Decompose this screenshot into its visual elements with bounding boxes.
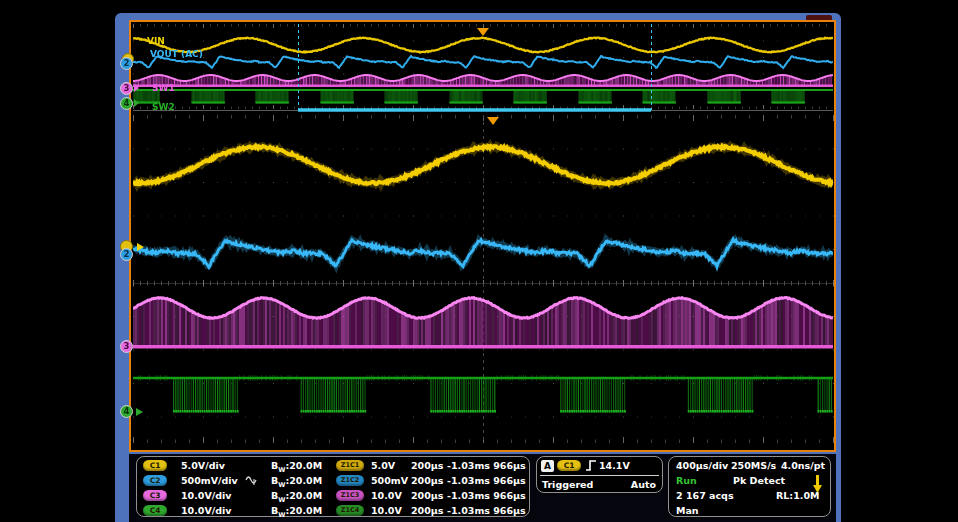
run-state: Run: [676, 475, 697, 486]
sample-rate: 250MS/s: [731, 460, 776, 471]
channel-scale: 10.0V/div: [181, 505, 232, 516]
channel-settings-box[interactable]: C1 5.0V/divBW:20.0M Z1C1 5.0V 200µs -1.0…: [136, 456, 530, 517]
channel-bandwidth: BW:20.0M: [271, 460, 322, 476]
trigger-mode: Auto: [631, 479, 656, 490]
zoom-timebase: 200µs: [411, 505, 443, 516]
main-marker-ch4[interactable]: 4: [120, 405, 133, 418]
waveform-canvas[interactable]: [131, 22, 834, 450]
trigger-settings-box[interactable]: A C1 14.1V Triggered Auto: [536, 456, 663, 493]
trigger-position-icon-main[interactable]: [487, 117, 499, 125]
ac-coupling-icon: [245, 475, 257, 487]
channel-bandwidth: BW:20.0M: [271, 475, 322, 491]
channel-bandwidth: BW:20.0M: [271, 505, 322, 521]
zoom-position: -1.03ms 966µs: [447, 505, 526, 516]
channel-badge[interactable]: C4: [143, 505, 167, 516]
overview-label-vout: VOUT (AC): [150, 50, 203, 59]
ch4-position-arrow-icon: [136, 408, 143, 416]
channel-scale: 5.0V/div: [181, 460, 225, 471]
zoom-channel-badge[interactable]: Z1C2: [336, 475, 364, 486]
zoom-scale: 10.0V: [371, 505, 402, 516]
overview-marker-ch4[interactable]: 4: [120, 97, 133, 110]
zoom-scale: 500mV: [371, 475, 408, 486]
main-marker-ch3[interactable]: 3: [120, 340, 133, 353]
channel-badge[interactable]: C1: [143, 460, 167, 471]
rising-edge-icon: [585, 459, 597, 472]
zoom-channel-badge[interactable]: Z1C1: [336, 460, 364, 471]
zoom-position: -1.03ms 966µs: [447, 490, 526, 501]
channel-scale: 10.0V/div: [181, 490, 232, 501]
zoom-scale: 10.0V: [371, 490, 402, 501]
channel-badge[interactable]: C2: [143, 475, 167, 486]
acq-mode: Pk Detect: [733, 475, 785, 486]
horizontal-mode: Man: [676, 505, 699, 516]
waveform-display[interactable]: [129, 20, 836, 452]
ch4-overview-arrow-icon: [134, 99, 139, 107]
ch3-overview-arrow-icon: [134, 84, 139, 92]
overview-label-vin: VIN: [147, 37, 165, 46]
zoom-position: -1.03ms 966µs: [447, 460, 526, 471]
zoom-timebase: 200µs: [411, 475, 443, 486]
channel-bandwidth: BW:20.0M: [271, 490, 322, 506]
zoom-channel-badge[interactable]: Z1C3: [336, 490, 364, 501]
overview-label-sw2: SW2: [152, 103, 175, 112]
zoom-position: -1.03ms 966µs: [447, 475, 526, 486]
resolution: 4.0ns/pt: [781, 460, 825, 471]
status-bar: C1 5.0V/divBW:20.0M Z1C1 5.0V 200µs -1.0…: [129, 454, 836, 522]
zoom-channel-badge[interactable]: Z1C4: [336, 505, 364, 516]
record-length: RL:1.0M: [776, 490, 819, 501]
acq-count: 2 167 acqs: [676, 490, 734, 501]
zoom-timebase: 200µs: [411, 490, 443, 501]
timebase: 400µs/div: [676, 460, 728, 471]
trigger-status: Triggered: [542, 479, 593, 490]
horizontal-acq-box[interactable]: 400µs/div 250MS/s 4.0ns/pt Run Pk Detect…: [668, 456, 831, 517]
zoom-scale: 5.0V: [371, 460, 395, 471]
overview-marker-ch3[interactable]: 3: [120, 82, 133, 95]
scope-window: VIN VOUT (AC) SW1 SW2 2 3 4 2 3 4 C1 5.0…: [115, 13, 841, 522]
screen: { "overview": { "labels": { "ch1": "VIN"…: [0, 0, 958, 522]
channel-badge[interactable]: C3: [143, 490, 167, 501]
trigger-box-divider: [540, 475, 659, 476]
zoom-timebase: 200µs: [411, 460, 443, 471]
ch1-position-arrow-icon: [137, 243, 144, 251]
main-marker-ch2[interactable]: 2: [120, 248, 133, 261]
overview-label-sw1: SW1: [152, 84, 175, 93]
trigger-level: 14.1V: [599, 460, 630, 471]
trigger-position-icon-overview[interactable]: [477, 28, 489, 36]
trigger-source-badge: C1: [557, 460, 581, 471]
overview-marker-ch2[interactable]: 2: [120, 57, 133, 70]
trigger-a-badge: A: [541, 460, 554, 472]
channel-scale: 500mV/div: [181, 475, 238, 486]
